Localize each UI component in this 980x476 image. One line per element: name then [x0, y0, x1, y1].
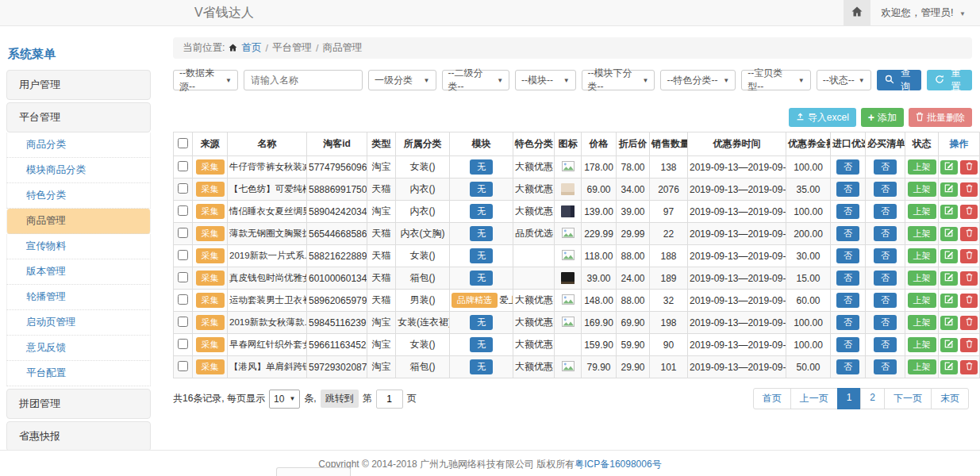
row-checkbox[interactable]	[178, 250, 188, 260]
select-all-checkbox[interactable]	[178, 138, 188, 148]
pager-item-1[interactable]: 1	[837, 388, 862, 409]
must-buy-toggle[interactable]: 否	[874, 204, 897, 219]
sidebar-item-模块商品分类[interactable]: 模块商品分类	[6, 158, 151, 183]
pager-item-首页[interactable]: 首页	[753, 388, 791, 409]
status-badge[interactable]: 上架	[908, 315, 936, 330]
import-select-toggle[interactable]: 否	[836, 248, 859, 263]
add-button[interactable]: + 添加	[861, 108, 904, 127]
status-badge[interactable]: 上架	[908, 271, 936, 286]
filter-select-module-subcategory[interactable]: --模块下分类--▼	[582, 70, 655, 90]
import-select-toggle[interactable]: 否	[836, 226, 859, 241]
sidebar-item-省惠快报[interactable]: 省惠快报	[6, 421, 151, 450]
must-buy-toggle[interactable]: 否	[874, 271, 897, 286]
sidebar-item-商品分类[interactable]: 商品分类	[6, 132, 151, 158]
delete-button[interactable]	[960, 227, 978, 241]
search-button[interactable]: 查询	[877, 70, 922, 90]
edit-button[interactable]	[940, 182, 958, 197]
must-buy-toggle[interactable]: 否	[874, 293, 897, 308]
row-checkbox[interactable]	[178, 294, 188, 305]
pager-item-2[interactable]: 2	[860, 388, 885, 409]
row-checkbox[interactable]	[178, 339, 188, 349]
delete-button[interactable]	[960, 294, 978, 308]
delete-button[interactable]	[960, 338, 978, 352]
import-select-toggle[interactable]: 否	[836, 293, 859, 308]
pager-item-下一页[interactable]: 下一页	[884, 388, 932, 409]
must-buy-toggle[interactable]: 否	[874, 337, 897, 352]
sidebar-item-平台管理[interactable]: 平台管理	[6, 102, 151, 132]
sidebar-item-拼团管理[interactable]: 拼团管理	[6, 389, 151, 419]
edit-button[interactable]	[940, 316, 958, 330]
row-checkbox[interactable]	[178, 272, 188, 282]
home-nav-button[interactable]	[844, 0, 870, 25]
module-none-badge[interactable]: 无	[470, 182, 493, 197]
edit-button[interactable]	[940, 360, 958, 374]
filter-select-level1-category[interactable]: 一级分类▼	[368, 70, 436, 90]
status-badge[interactable]: 上架	[908, 337, 936, 352]
must-buy-toggle[interactable]: 否	[874, 315, 897, 330]
delete-button[interactable]	[960, 249, 978, 263]
row-checkbox[interactable]	[178, 183, 188, 194]
edit-button[interactable]	[940, 271, 958, 286]
filter-select-module[interactable]: --模块--▼	[515, 70, 575, 90]
import-select-toggle[interactable]: 否	[836, 204, 859, 219]
filter-select-level2-category[interactable]: --二级分类--▼	[442, 70, 510, 90]
must-buy-toggle[interactable]: 否	[874, 248, 897, 263]
status-badge[interactable]: 上架	[908, 182, 936, 197]
jump-button[interactable]: 跳转到	[321, 390, 359, 408]
edit-button[interactable]	[940, 338, 958, 352]
edit-button[interactable]	[940, 160, 958, 175]
row-checkbox[interactable]	[178, 161, 188, 171]
delete-button[interactable]	[960, 271, 978, 286]
sidebar-item-意见反馈[interactable]: 意见反馈	[6, 336, 151, 361]
delete-button[interactable]	[960, 205, 978, 219]
sidebar-item-版本管理[interactable]: 版本管理	[6, 259, 151, 285]
import-select-toggle[interactable]: 否	[836, 359, 859, 374]
import-select-toggle[interactable]: 否	[836, 337, 859, 352]
sidebar-item-启动页管理[interactable]: 启动页管理	[6, 310, 151, 336]
delete-button[interactable]	[960, 182, 978, 197]
import-select-toggle[interactable]: 否	[836, 159, 859, 175]
status-badge[interactable]: 上架	[908, 226, 936, 241]
row-checkbox[interactable]	[178, 361, 188, 371]
pager-item-上一页[interactable]: 上一页	[790, 388, 838, 409]
sidebar-item-宣传物料[interactable]: 宣传物料	[6, 234, 151, 259]
user-menu[interactable]: 欢迎您，管理员! ▼	[870, 6, 980, 20]
import-select-toggle[interactable]: 否	[836, 182, 859, 197]
filter-input-name[interactable]	[244, 70, 363, 90]
sidebar-item-轮播管理[interactable]: 轮播管理	[6, 285, 151, 310]
delete-button[interactable]	[960, 160, 978, 175]
module-none-badge[interactable]: 无	[470, 271, 493, 286]
delete-button[interactable]	[960, 360, 978, 374]
import-excel-button[interactable]: 导入excel	[789, 108, 856, 127]
pager-item-末页[interactable]: 末页	[931, 388, 969, 409]
per-page-select[interactable]: 10 ▼	[269, 390, 300, 409]
sidebar-item-平台配置[interactable]: 平台配置	[6, 361, 151, 386]
delete-button[interactable]	[960, 316, 978, 330]
module-none-badge[interactable]: 无	[470, 337, 493, 352]
must-buy-toggle[interactable]: 否	[874, 159, 897, 175]
breadcrumb-home-link[interactable]: 首页	[241, 41, 261, 55]
edit-button[interactable]	[940, 205, 958, 219]
filter-select-feature-category[interactable]: --特色分类--▼	[660, 70, 736, 90]
edit-button[interactable]	[940, 294, 958, 308]
import-select-toggle[interactable]: 否	[836, 315, 859, 330]
module-none-badge[interactable]: 无	[470, 359, 493, 374]
module-none-badge[interactable]: 无	[470, 248, 493, 263]
status-badge[interactable]: 上架	[908, 359, 936, 374]
module-none-badge[interactable]: 无	[470, 226, 493, 241]
batch-delete-button[interactable]: 批量删除	[909, 108, 972, 127]
status-badge[interactable]: 上架	[908, 293, 936, 308]
status-badge[interactable]: 上架	[908, 204, 936, 219]
reset-button[interactable]: 重置	[927, 70, 972, 90]
sidebar-item-特色分类[interactable]: 特色分类	[6, 183, 151, 209]
edit-button[interactable]	[940, 227, 958, 241]
import-select-toggle[interactable]: 否	[836, 271, 859, 286]
edit-button[interactable]	[940, 249, 958, 263]
must-buy-toggle[interactable]: 否	[874, 359, 897, 374]
module-none-badge[interactable]: 无	[470, 204, 493, 219]
filter-select-data-source[interactable]: --数据来源--▼	[173, 70, 238, 90]
row-checkbox[interactable]	[178, 317, 188, 327]
must-buy-toggle[interactable]: 否	[874, 226, 897, 241]
status-badge[interactable]: 上架	[908, 248, 936, 263]
must-buy-toggle[interactable]: 否	[874, 182, 897, 197]
